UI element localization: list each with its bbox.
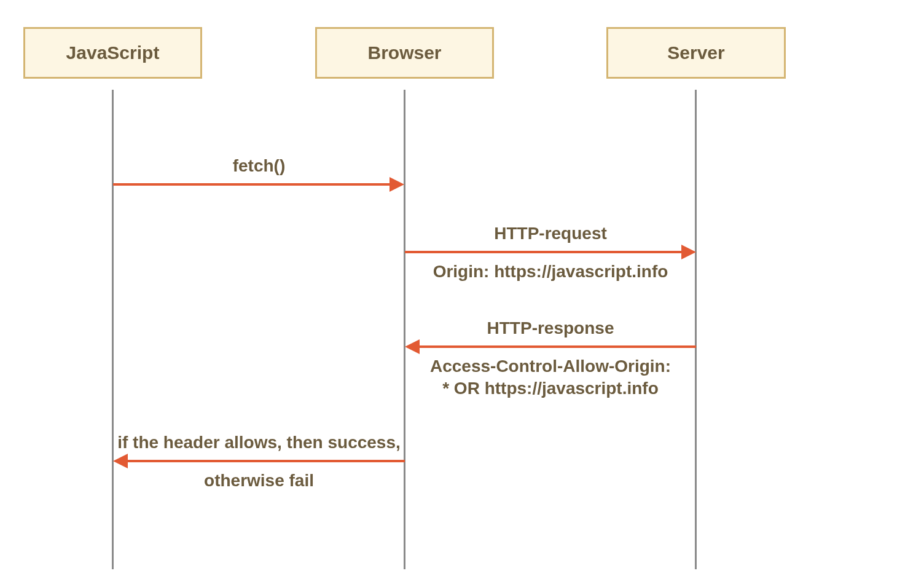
actor-label: Server	[667, 42, 724, 63]
label-result: if the header allows, then success,	[113, 432, 405, 454]
label-origin: Origin: https://javascript.info	[405, 261, 696, 283]
label-acao: Access-Control-Allow-Origin: * OR https:…	[405, 355, 696, 400]
label-http-response: HTTP-response	[405, 317, 696, 339]
arrowhead-http-response	[405, 339, 420, 354]
actor-label: JavaScript	[66, 42, 160, 63]
actor-label: Browser	[367, 42, 441, 63]
label-fetch: fetch()	[113, 155, 405, 177]
arrow-fetch	[113, 183, 391, 186]
label-result-line2: otherwise fail	[113, 470, 405, 492]
actor-server: Server	[606, 27, 786, 79]
actor-javascript: JavaScript	[23, 27, 202, 79]
arrow-http-response	[419, 345, 696, 348]
label-http-request: HTTP-request	[405, 223, 696, 245]
arrowhead-http-request	[681, 245, 696, 259]
arrow-result	[127, 460, 405, 462]
arrowhead-fetch	[390, 177, 404, 192]
actor-browser: Browser	[315, 27, 494, 79]
arrowhead-result	[113, 454, 128, 468]
arrow-http-request	[405, 251, 683, 253]
sequence-diagram: JavaScript Browser Server fetch() HTTP-r…	[0, 0, 924, 584]
